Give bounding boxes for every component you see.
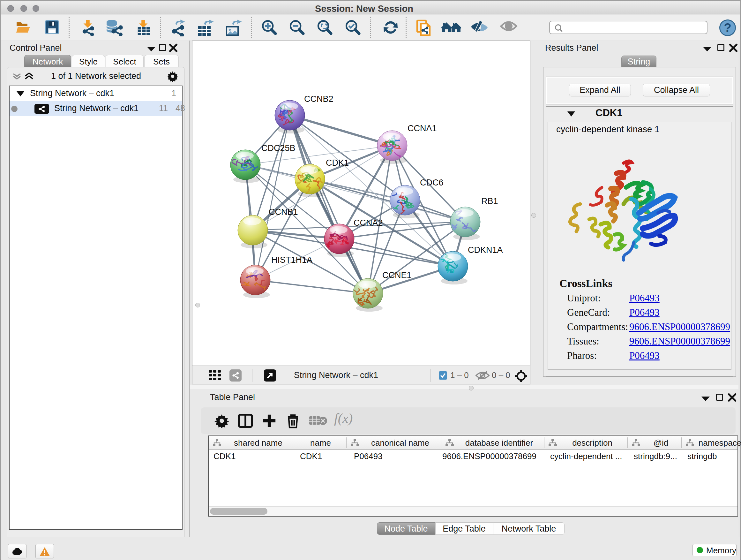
svg-text:RB1: RB1 — [481, 196, 498, 206]
svg-text:CDC25B: CDC25B — [261, 143, 295, 153]
svg-text:CCNB2: CCNB2 — [304, 94, 333, 104]
svg-text:CDKN1A: CDKN1A — [468, 245, 503, 255]
svg-text:CDC6: CDC6 — [420, 178, 444, 187]
svg-text:HIST1H1A: HIST1H1A — [271, 255, 313, 265]
svg-text:CDK1: CDK1 — [326, 158, 349, 168]
svg-text:CCNA2: CCNA2 — [354, 218, 383, 228]
svg-text:CCNB1: CCNB1 — [269, 207, 298, 217]
svg-text:CCNA1: CCNA1 — [408, 124, 437, 133]
svg-text:CCNE1: CCNE1 — [382, 270, 412, 280]
